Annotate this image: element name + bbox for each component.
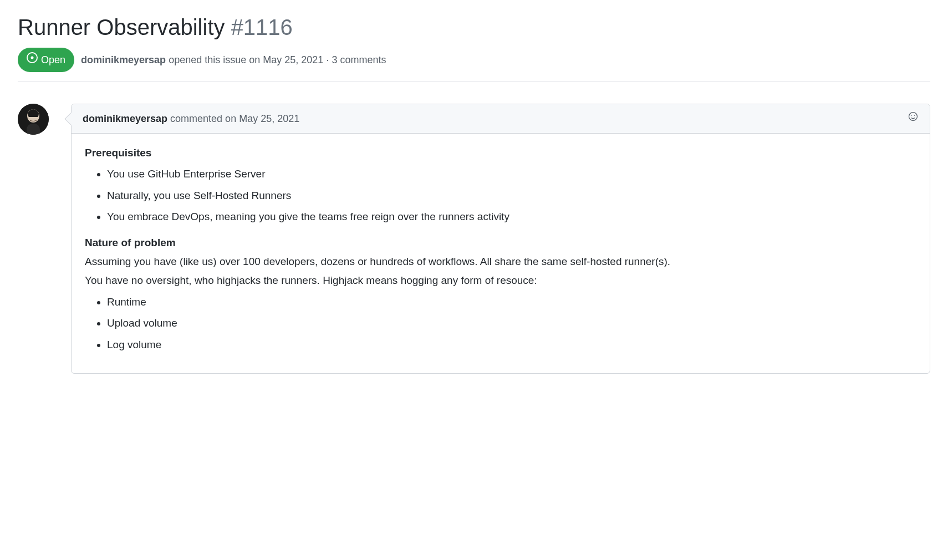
- avatar-column: [18, 104, 71, 374]
- nature-list: Runtime Upload volume Log volume: [85, 294, 916, 353]
- nature-para-2: You have no oversight, who highjacks the…: [85, 272, 916, 289]
- svg-point-3: [909, 113, 918, 121]
- nature-para-1: Assuming you have (like us) over 100 dev…: [85, 253, 916, 270]
- svg-point-0: [31, 57, 34, 59]
- comment-header-right: [908, 111, 919, 126]
- state-badge-label: Open: [41, 53, 65, 68]
- comments-count: 3 comments: [332, 54, 386, 65]
- comment-header-left: dominikmeyersap commented on May 25, 202…: [83, 111, 299, 126]
- avatar[interactable]: [18, 104, 49, 135]
- prerequisites-title: Prerequisites: [85, 145, 916, 161]
- list-item: Log volume: [107, 337, 916, 353]
- issue-meta-text: dominikmeyersap opened this issue on May…: [81, 53, 386, 68]
- issue-title-text: Runner Observability: [18, 15, 225, 39]
- list-item: Naturally, you use Self-Hosted Runners: [107, 187, 916, 204]
- list-item: Upload volume: [107, 315, 916, 332]
- issue-meta: Open dominikmeyersap opened this issue o…: [18, 48, 930, 72]
- comment-author-link[interactable]: dominikmeyersap: [83, 113, 167, 124]
- discussion: dominikmeyersap commented on May 25, 202…: [18, 82, 930, 374]
- issue-author-link[interactable]: dominikmeyersap: [81, 54, 166, 65]
- issue-header: Runner Observability #1116 Open dominikm…: [18, 0, 930, 82]
- issue-title: Runner Observability #1116: [18, 13, 930, 41]
- list-item: You embrace DevOps, meaning you give the…: [107, 208, 916, 225]
- comment-header: dominikmeyersap commented on May 25, 202…: [72, 104, 930, 134]
- nature-title: Nature of problem: [85, 235, 916, 251]
- svg-point-5: [914, 115, 915, 116]
- state-badge-open: Open: [18, 48, 74, 72]
- issue-number: #1116: [231, 15, 293, 39]
- list-item: Runtime: [107, 294, 916, 310]
- comment-body: Prerequisites You use GitHub Enterprise …: [72, 134, 930, 373]
- opened-text: opened this issue on May 25, 2021: [169, 54, 323, 65]
- commented-text: commented on May 25, 2021: [170, 113, 299, 124]
- smiley-icon[interactable]: [908, 111, 919, 126]
- issue-open-icon: [27, 52, 38, 68]
- meta-separator: ·: [326, 54, 329, 65]
- comment-box: dominikmeyersap commented on May 25, 202…: [71, 104, 930, 374]
- prerequisites-list: You use GitHub Enterprise Server Natural…: [85, 166, 916, 225]
- svg-point-4: [911, 115, 912, 116]
- list-item: You use GitHub Enterprise Server: [107, 166, 916, 182]
